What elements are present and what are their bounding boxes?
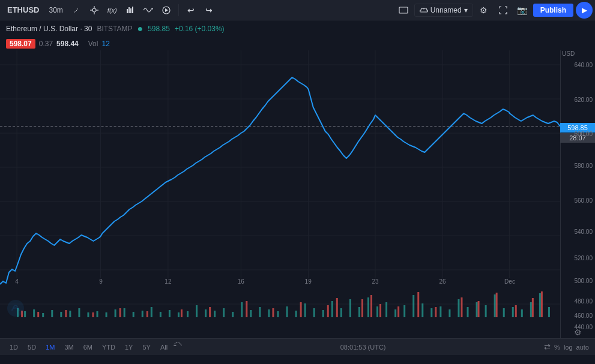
svg-rect-11 [399, 7, 408, 13]
svg-rect-67 [358, 307, 360, 317]
svg-rect-68 [367, 297, 369, 317]
currency-label: USD [562, 50, 575, 57]
period-5y-btn[interactable]: 5Y [139, 342, 154, 352]
period-1y-btn[interactable]: 1Y [121, 342, 136, 352]
separator-1 [178, 4, 179, 16]
compare-btn[interactable]: ⇄ [544, 342, 551, 351]
x-label-12: 12 [165, 278, 171, 285]
chart-title: Ethereum / U.S. Dollar · 30 [6, 25, 92, 33]
log-btn[interactable]: log [564, 344, 573, 351]
svg-marker-10 [165, 8, 168, 12]
indicator-btn[interactable]: f(x) [104, 2, 121, 18]
bar-chart-btn[interactable] [122, 2, 139, 18]
period-all-btn[interactable]: All [157, 342, 171, 352]
svg-rect-40 [115, 309, 116, 317]
line-tool-btn[interactable]: ⟋ [68, 2, 85, 18]
svg-rect-83 [503, 308, 505, 317]
vol-value: 12 [101, 40, 109, 48]
svg-rect-102 [361, 299, 363, 317]
y-label-500: 500.00 [574, 278, 593, 284]
svg-rect-100 [327, 305, 329, 317]
svg-rect-36 [78, 308, 80, 317]
svg-rect-97 [246, 301, 247, 317]
layout-btn[interactable] [395, 2, 412, 18]
svg-rect-94 [146, 311, 148, 317]
status-dot: ● [137, 23, 143, 34]
svg-rect-75 [430, 308, 432, 317]
period-1m-btn[interactable]: 1M [42, 342, 58, 352]
unnamed-btn[interactable]: Unnamed ▾ [414, 4, 473, 17]
ohlc-bar: 598.07 0.37 598.44 Vol 12 [0, 37, 595, 50]
svg-rect-81 [485, 305, 487, 317]
undo-btn[interactable]: ↩ [183, 2, 199, 18]
wave-btn[interactable] [140, 2, 157, 18]
svg-point-0 [92, 8, 96, 12]
svg-rect-96 [209, 307, 211, 317]
camera-btn[interactable]: 📷 [514, 2, 531, 18]
y-label-580: 580.00 [574, 163, 593, 169]
open-value: 598.07 [6, 39, 35, 49]
bottom-right: ⇄ % log auto [544, 342, 589, 351]
close-value: 598.44 [56, 40, 79, 48]
svg-rect-70 [385, 302, 387, 317]
current-price: 598.85 [148, 25, 170, 33]
y-label-640: 640.00 [574, 62, 593, 68]
svg-rect-46 [169, 310, 171, 317]
x-label-23: 23 [372, 278, 379, 285]
svg-rect-90 [37, 312, 39, 317]
svg-rect-49 [196, 305, 198, 317]
svg-rect-33 [51, 310, 53, 317]
x-label-dec: Dec [504, 278, 515, 285]
svg-rect-92 [92, 312, 94, 317]
period-5d-btn[interactable]: 5D [24, 342, 40, 352]
svg-rect-65 [340, 308, 342, 317]
svg-rect-82 [494, 294, 496, 317]
svg-rect-57 [268, 309, 270, 317]
y-label-460: 460.00 [574, 312, 593, 318]
fullscreen-btn[interactable] [495, 2, 512, 18]
play-btn[interactable]: ▶ [576, 2, 593, 19]
svg-rect-52 [223, 308, 225, 317]
svg-rect-77 [449, 309, 450, 317]
svg-rect-58 [277, 311, 279, 317]
percent-btn[interactable]: % [554, 344, 560, 351]
svg-rect-98 [272, 308, 274, 317]
chart-main[interactable]: 4 9 12 16 19 23 26 Dec [0, 50, 560, 338]
svg-rect-78 [458, 299, 459, 317]
svg-rect-106 [417, 292, 419, 317]
svg-rect-69 [376, 306, 378, 317]
period-6m-btn[interactable]: 6M [80, 342, 96, 352]
svg-rect-50 [205, 309, 207, 317]
replay-btn[interactable] [158, 2, 175, 18]
period-1d-btn[interactable]: 1D [6, 342, 22, 352]
symbol-label[interactable]: ETHUSD [2, 5, 44, 14]
period-ytd-btn[interactable]: YTD [98, 342, 119, 352]
y-axis-settings-btn[interactable]: ⚙ [574, 327, 582, 337]
period-3m-btn[interactable]: 3M [61, 342, 77, 352]
bottom-bar: 1D 5D 1M 3M 6M YTD 1Y 5Y All 08:01:53 (U… [0, 338, 595, 355]
exchange-label: BITSTAMP [97, 25, 132, 33]
y-label-600: 600.00 [574, 131, 593, 137]
x-label-26: 26 [439, 278, 446, 285]
bottom-replay-btn[interactable] [174, 342, 182, 352]
crosshair-btn[interactable] [86, 2, 103, 18]
interval-label[interactable]: 30m [45, 6, 66, 14]
settings-btn[interactable]: ⚙ [476, 2, 492, 18]
svg-rect-99 [300, 302, 302, 317]
auto-btn[interactable]: auto [576, 344, 589, 351]
svg-rect-7 [130, 8, 131, 13]
svg-rect-110 [496, 293, 498, 317]
y-label-560: 560.00 [574, 197, 593, 203]
y-axis: 598.85 28:07 640.00 620.00 600.00 580.00… [560, 50, 595, 338]
svg-rect-32 [42, 313, 44, 317]
publish-btn[interactable]: Publish [533, 4, 573, 17]
toolbar-right: Unnamed ▾ ⚙ 📷 Publish ▶ [395, 2, 593, 19]
svg-rect-63 [322, 310, 324, 317]
x-label-4: 4 [15, 278, 19, 285]
svg-rect-59 [286, 306, 288, 317]
svg-rect-31 [33, 309, 35, 317]
svg-rect-39 [106, 312, 107, 317]
svg-rect-93 [119, 308, 121, 317]
redo-btn[interactable]: ↪ [201, 2, 217, 18]
y-label-540: 540.00 [574, 228, 593, 235]
